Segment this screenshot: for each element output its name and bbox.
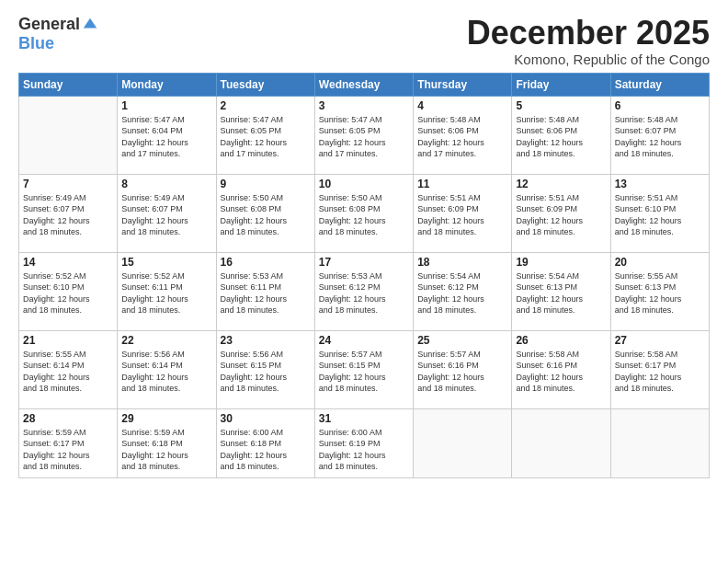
day-number: 17	[319, 256, 409, 269]
cell-info: Sunrise: 5:48 AM Sunset: 6:06 PM Dayligh…	[417, 114, 507, 160]
cell-info: Sunrise: 5:54 AM Sunset: 6:12 PM Dayligh…	[417, 270, 507, 316]
cell-info: Sunrise: 5:51 AM Sunset: 6:10 PM Dayligh…	[615, 192, 705, 238]
logo-icon	[82, 17, 98, 33]
calendar-cell	[610, 408, 709, 477]
week-row-3: 14Sunrise: 5:52 AM Sunset: 6:10 PM Dayli…	[19, 252, 710, 330]
calendar-cell: 9Sunrise: 5:50 AM Sunset: 6:08 PM Daylig…	[216, 174, 314, 252]
day-number: 30	[221, 412, 311, 425]
cell-info: Sunrise: 5:57 AM Sunset: 6:15 PM Dayligh…	[319, 349, 409, 395]
calendar-cell: 6Sunrise: 5:48 AM Sunset: 6:07 PM Daylig…	[610, 96, 709, 174]
day-number: 9	[221, 178, 311, 190]
calendar-cell: 21Sunrise: 5:55 AM Sunset: 6:14 PM Dayli…	[19, 330, 118, 408]
calendar-cell	[414, 408, 512, 477]
cell-info: Sunrise: 5:57 AM Sunset: 6:16 PM Dayligh…	[417, 349, 507, 395]
header: General Blue December 2025 Komono, Repub…	[18, 15, 710, 67]
day-number: 13	[615, 178, 705, 190]
calendar-cell: 27Sunrise: 5:58 AM Sunset: 6:17 PM Dayli…	[610, 330, 709, 408]
calendar-cell: 28Sunrise: 5:59 AM Sunset: 6:17 PM Dayli…	[19, 408, 118, 477]
day-number: 14	[23, 256, 113, 269]
day-number: 20	[615, 256, 705, 269]
weekday-header-sunday: Sunday	[19, 73, 118, 96]
weekday-header-friday: Friday	[512, 73, 610, 96]
weekday-header-thursday: Thursday	[414, 73, 512, 96]
cell-info: Sunrise: 5:56 AM Sunset: 6:14 PM Dayligh…	[121, 349, 211, 395]
day-number: 22	[121, 334, 211, 347]
cell-info: Sunrise: 5:59 AM Sunset: 6:18 PM Dayligh…	[121, 427, 211, 473]
weekday-header-wednesday: Wednesday	[314, 73, 413, 96]
cell-info: Sunrise: 5:53 AM Sunset: 6:11 PM Dayligh…	[221, 270, 311, 316]
calendar-cell	[512, 408, 610, 477]
calendar-cell: 31Sunrise: 6:00 AM Sunset: 6:19 PM Dayli…	[314, 408, 413, 477]
week-row-5: 28Sunrise: 5:59 AM Sunset: 6:17 PM Dayli…	[19, 408, 710, 477]
day-number: 25	[417, 334, 507, 347]
logo-general-text: General	[18, 15, 80, 34]
calendar-cell: 14Sunrise: 5:52 AM Sunset: 6:10 PM Dayli…	[19, 252, 118, 330]
month-title: December 2025	[467, 15, 710, 52]
day-number: 31	[319, 412, 409, 425]
cell-info: Sunrise: 5:49 AM Sunset: 6:07 PM Dayligh…	[121, 192, 211, 238]
page: General Blue December 2025 Komono, Repub…	[0, 0, 728, 563]
day-number: 4	[417, 99, 507, 112]
cell-info: Sunrise: 5:59 AM Sunset: 6:17 PM Dayligh…	[23, 427, 113, 473]
week-row-4: 21Sunrise: 5:55 AM Sunset: 6:14 PM Dayli…	[19, 330, 710, 408]
calendar-cell: 17Sunrise: 5:53 AM Sunset: 6:12 PM Dayli…	[314, 252, 413, 330]
cell-info: Sunrise: 5:47 AM Sunset: 6:04 PM Dayligh…	[121, 114, 211, 160]
calendar-cell: 20Sunrise: 5:55 AM Sunset: 6:13 PM Dayli…	[610, 252, 709, 330]
cell-info: Sunrise: 5:52 AM Sunset: 6:10 PM Dayligh…	[23, 270, 113, 316]
day-number: 1	[121, 99, 211, 112]
cell-info: Sunrise: 6:00 AM Sunset: 6:18 PM Dayligh…	[221, 427, 311, 473]
calendar-cell: 1Sunrise: 5:47 AM Sunset: 6:04 PM Daylig…	[118, 96, 216, 174]
cell-info: Sunrise: 5:55 AM Sunset: 6:14 PM Dayligh…	[23, 349, 113, 395]
day-number: 7	[23, 178, 113, 190]
day-number: 29	[121, 412, 211, 425]
calendar-cell: 3Sunrise: 5:47 AM Sunset: 6:05 PM Daylig…	[314, 96, 413, 174]
cell-info: Sunrise: 5:54 AM Sunset: 6:13 PM Dayligh…	[516, 270, 606, 316]
calendar-cell: 15Sunrise: 5:52 AM Sunset: 6:11 PM Dayli…	[118, 252, 216, 330]
cell-info: Sunrise: 5:48 AM Sunset: 6:07 PM Dayligh…	[615, 114, 705, 160]
day-number: 3	[319, 99, 409, 112]
calendar-cell: 2Sunrise: 5:47 AM Sunset: 6:05 PM Daylig…	[216, 96, 314, 174]
day-number: 8	[121, 178, 211, 190]
cell-info: Sunrise: 5:50 AM Sunset: 6:08 PM Dayligh…	[221, 192, 311, 238]
cell-info: Sunrise: 5:51 AM Sunset: 6:09 PM Dayligh…	[417, 192, 507, 238]
day-number: 19	[516, 256, 606, 269]
cell-info: Sunrise: 5:58 AM Sunset: 6:16 PM Dayligh…	[516, 349, 606, 395]
logo-blue-text: Blue	[18, 34, 54, 53]
cell-info: Sunrise: 5:52 AM Sunset: 6:11 PM Dayligh…	[121, 270, 211, 316]
cell-info: Sunrise: 5:47 AM Sunset: 6:05 PM Dayligh…	[221, 114, 311, 160]
cell-info: Sunrise: 5:48 AM Sunset: 6:06 PM Dayligh…	[516, 114, 606, 160]
day-number: 6	[615, 99, 705, 112]
calendar-table: SundayMondayTuesdayWednesdayThursdayFrid…	[18, 73, 710, 478]
day-number: 10	[319, 178, 409, 190]
calendar-cell: 7Sunrise: 5:49 AM Sunset: 6:07 PM Daylig…	[19, 174, 118, 252]
calendar-cell: 5Sunrise: 5:48 AM Sunset: 6:06 PM Daylig…	[512, 96, 610, 174]
cell-info: Sunrise: 5:49 AM Sunset: 6:07 PM Dayligh…	[23, 192, 113, 238]
weekday-header-row: SundayMondayTuesdayWednesdayThursdayFrid…	[19, 73, 710, 96]
cell-info: Sunrise: 5:58 AM Sunset: 6:17 PM Dayligh…	[615, 349, 705, 395]
calendar-cell	[19, 96, 118, 174]
calendar-cell: 19Sunrise: 5:54 AM Sunset: 6:13 PM Dayli…	[512, 252, 610, 330]
week-row-2: 7Sunrise: 5:49 AM Sunset: 6:07 PM Daylig…	[19, 174, 710, 252]
cell-info: Sunrise: 5:50 AM Sunset: 6:08 PM Dayligh…	[319, 192, 409, 238]
cell-info: Sunrise: 6:00 AM Sunset: 6:19 PM Dayligh…	[319, 427, 409, 473]
calendar-cell: 8Sunrise: 5:49 AM Sunset: 6:07 PM Daylig…	[118, 174, 216, 252]
calendar-cell: 24Sunrise: 5:57 AM Sunset: 6:15 PM Dayli…	[314, 330, 413, 408]
logo: General Blue	[18, 15, 98, 53]
calendar-cell: 30Sunrise: 6:00 AM Sunset: 6:18 PM Dayli…	[216, 408, 314, 477]
day-number: 12	[516, 178, 606, 190]
calendar-cell: 23Sunrise: 5:56 AM Sunset: 6:15 PM Dayli…	[216, 330, 314, 408]
calendar-cell: 16Sunrise: 5:53 AM Sunset: 6:11 PM Dayli…	[216, 252, 314, 330]
calendar-cell: 11Sunrise: 5:51 AM Sunset: 6:09 PM Dayli…	[414, 174, 512, 252]
cell-info: Sunrise: 5:55 AM Sunset: 6:13 PM Dayligh…	[615, 270, 705, 316]
day-number: 21	[23, 334, 113, 347]
svg-marker-0	[84, 17, 97, 28]
day-number: 24	[319, 334, 409, 347]
calendar-cell: 18Sunrise: 5:54 AM Sunset: 6:12 PM Dayli…	[414, 252, 512, 330]
day-number: 15	[121, 256, 211, 269]
calendar-cell: 22Sunrise: 5:56 AM Sunset: 6:14 PM Dayli…	[118, 330, 216, 408]
calendar-cell: 29Sunrise: 5:59 AM Sunset: 6:18 PM Dayli…	[118, 408, 216, 477]
day-number: 2	[221, 99, 311, 112]
calendar-cell: 4Sunrise: 5:48 AM Sunset: 6:06 PM Daylig…	[414, 96, 512, 174]
calendar-cell: 12Sunrise: 5:51 AM Sunset: 6:09 PM Dayli…	[512, 174, 610, 252]
day-number: 16	[221, 256, 311, 269]
